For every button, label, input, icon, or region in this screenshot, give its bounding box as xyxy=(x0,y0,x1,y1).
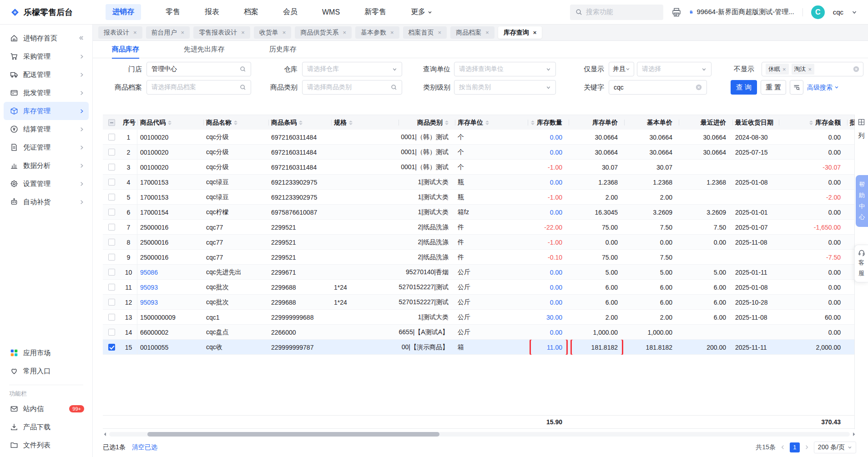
table-row[interactable]: 100100020cqc分级69721603114840001|（韩）测试个0.… xyxy=(103,130,856,145)
tab-商品供货关系[interactable]: 商品供货关系× xyxy=(295,26,352,39)
column-header-name[interactable]: 商品名称 xyxy=(203,115,268,130)
column-tab-label[interactable]: 列 xyxy=(858,132,865,140)
sidebar-item-站内信[interactable]: 站内信99+ xyxy=(4,400,89,418)
table-row[interactable]: 1095086cqc先进先出229967195270140|香烟公斤0.005.… xyxy=(103,265,856,280)
sort-icon[interactable] xyxy=(485,121,489,125)
row-checkbox[interactable] xyxy=(108,299,115,306)
close-tab-icon[interactable]: × xyxy=(438,29,442,36)
scrollbar-thumb[interactable] xyxy=(147,432,439,437)
sidebar-item-设置管理[interactable]: 设置管理 xyxy=(4,175,89,193)
sidebar-item-库存管理[interactable]: 库存管理 xyxy=(4,102,89,120)
sort-icon[interactable] xyxy=(299,121,303,125)
cell-qty[interactable]: 11.00 xyxy=(547,344,562,351)
row-checkbox[interactable] xyxy=(108,209,115,216)
column-header-code[interactable]: 商品代码 xyxy=(137,115,203,130)
table-row[interactable]: 300100020cqc分级69721603114840001|（韩）测试个-1… xyxy=(103,160,856,175)
cell-qty[interactable]: 0.00 xyxy=(550,284,562,291)
cell-code-link[interactable]: 95093 xyxy=(140,284,158,291)
category-filter-input[interactable]: 请选择商品类别 xyxy=(302,80,402,95)
hide-tag-休眠[interactable]: 休眠× xyxy=(766,64,789,75)
subtab-先进先出库存[interactable]: 先进先出库存 xyxy=(184,45,225,58)
row-checkbox[interactable] xyxy=(108,254,115,261)
row-checkbox[interactable] xyxy=(108,224,115,231)
current-page[interactable]: 1 xyxy=(790,442,800,452)
table-row[interactable]: 517000153cqc绿豆69212339029751|测试大类瓶-1.002… xyxy=(103,190,856,205)
row-checkbox[interactable] xyxy=(108,314,115,321)
close-tab-icon[interactable]: × xyxy=(390,29,394,36)
cell-qty[interactable]: -22.00 xyxy=(544,224,562,231)
cell-qty[interactable]: -1.00 xyxy=(548,239,562,246)
horizontal-scrollbar[interactable] xyxy=(103,431,856,437)
close-tab-icon[interactable]: × xyxy=(181,29,185,36)
warehouse-filter-select[interactable]: 请选择仓库 xyxy=(302,62,402,76)
table-row[interactable]: 1295093cqc批次22996881*2495270152227|测试公斤0… xyxy=(103,295,856,310)
avatar[interactable]: C xyxy=(811,5,825,19)
close-tab-icon[interactable]: × xyxy=(485,29,489,36)
row-checkbox[interactable] xyxy=(108,164,115,171)
table-row[interactable]: 925000016cqc7722995212|纸品洗涤件-0.1075.007.… xyxy=(103,250,856,265)
printer-icon[interactable] xyxy=(671,7,681,17)
table-row[interactable]: 417000153cqc绿豆69212339029751|测试大类瓶0.001.… xyxy=(103,175,856,190)
remove-tag-icon[interactable]: × xyxy=(782,66,786,73)
table-row[interactable]: 825000016cqc7722995212|纸品洗涤件-1.000.000.0… xyxy=(103,235,856,250)
subtab-商品库存[interactable]: 商品库存 xyxy=(112,45,139,59)
column-header-category[interactable]: 商品类别 xyxy=(399,115,455,130)
table-row[interactable]: 1466000002cqc盘点22660006655|【A测试A】公斤0.001… xyxy=(103,325,856,340)
row-checkbox[interactable] xyxy=(108,329,115,336)
cell-qty[interactable]: 0.00 xyxy=(550,209,562,216)
sidebar-item-采购管理[interactable]: 采购管理 xyxy=(4,47,89,65)
nav-item-报表[interactable]: 报表 xyxy=(205,7,219,17)
scroll-left-icon[interactable] xyxy=(103,432,107,437)
reset-button[interactable]: 重 置 xyxy=(761,80,786,95)
clear-selection-link[interactable]: 清空已选 xyxy=(132,443,157,452)
function-search-input[interactable]: 搜索功能 xyxy=(570,5,663,20)
only-show-op-select[interactable]: 并且 xyxy=(609,62,634,76)
column-header-no[interactable]: 序号 xyxy=(120,115,137,130)
nav-item-进销存[interactable]: 进销存 xyxy=(106,4,141,20)
customer-service-tab[interactable]: 客服 xyxy=(854,245,868,282)
cell-qty[interactable]: -0.10 xyxy=(548,254,562,261)
table-row[interactable]: 200100020cqc分级69721603114840001|（韩）测试个0.… xyxy=(103,145,856,160)
cell-qty[interactable]: 0.00 xyxy=(550,269,562,276)
nav-item-WMS[interactable]: WMS xyxy=(322,8,340,16)
row-checkbox[interactable] xyxy=(108,269,115,276)
sidebar-item-进销存首页[interactable]: 进销存首页 xyxy=(4,29,89,47)
cell-qty[interactable]: 30.00 xyxy=(546,314,562,321)
sidebar-item-常用入口[interactable]: 常用入口 xyxy=(4,362,89,380)
only-show-value-select[interactable]: 请选择 xyxy=(637,62,712,76)
sidebar-item-应用市场[interactable]: 应用市场 xyxy=(4,344,89,362)
cell-qty[interactable]: 0.00 xyxy=(550,299,562,306)
sort-icon[interactable] xyxy=(445,121,449,125)
cell-qty[interactable]: 0.00 xyxy=(550,134,562,141)
cat-level-filter-select[interactable]: 按当前类别 xyxy=(454,80,556,95)
table-row[interactable]: 1195093cqc批次22996881*2495270152227|测试公斤0… xyxy=(103,280,856,295)
column-header-unit[interactable]: 库存单位 xyxy=(455,115,528,130)
remove-tag-icon[interactable]: × xyxy=(808,66,812,73)
table-row[interactable]: 1500100055cqc收22999999978700|【演示商品】箱11.0… xyxy=(103,340,856,355)
cell-qty[interactable]: 0.00 xyxy=(550,179,562,186)
row-checkbox[interactable] xyxy=(108,284,115,291)
user-chevron-down-icon[interactable] xyxy=(852,10,857,15)
row-checkbox[interactable] xyxy=(108,179,115,186)
tab-报表设计[interactable]: 报表设计× xyxy=(98,26,142,39)
table-row[interactable]: 131500000009cqc12299999996881|测试大类公斤30.0… xyxy=(103,310,856,325)
tab-基本参数[interactable]: 基本参数× xyxy=(355,26,399,39)
sort-icon[interactable] xyxy=(168,121,172,125)
column-header-spec[interactable]: 规格 xyxy=(331,115,399,130)
prev-page-icon[interactable] xyxy=(780,445,785,450)
column-grid-icon[interactable] xyxy=(858,119,865,126)
cell-qty[interactable]: -1.00 xyxy=(548,164,562,171)
row-checkbox[interactable] xyxy=(108,134,115,141)
row-checkbox[interactable] xyxy=(108,194,115,201)
sort-icon[interactable] xyxy=(531,121,535,125)
row-checkbox[interactable] xyxy=(108,239,115,246)
column-header-date[interactable]: 最近收货日期 xyxy=(732,115,779,130)
scroll-right-icon[interactable] xyxy=(852,432,856,437)
nav-item-更多[interactable]: 更多 xyxy=(411,7,432,17)
column-header-price[interactable]: 库存单价 xyxy=(569,115,624,130)
page-size-select[interactable]: 200 条/页 xyxy=(814,442,856,453)
sidebar-item-数据分析[interactable]: 数据分析 xyxy=(4,156,89,175)
column-header-barcode[interactable]: 商品条码 xyxy=(268,115,331,130)
sidebar-item-批发管理[interactable]: 批发管理 xyxy=(4,84,89,102)
tab-收货单[interactable]: 收货单× xyxy=(254,26,292,39)
